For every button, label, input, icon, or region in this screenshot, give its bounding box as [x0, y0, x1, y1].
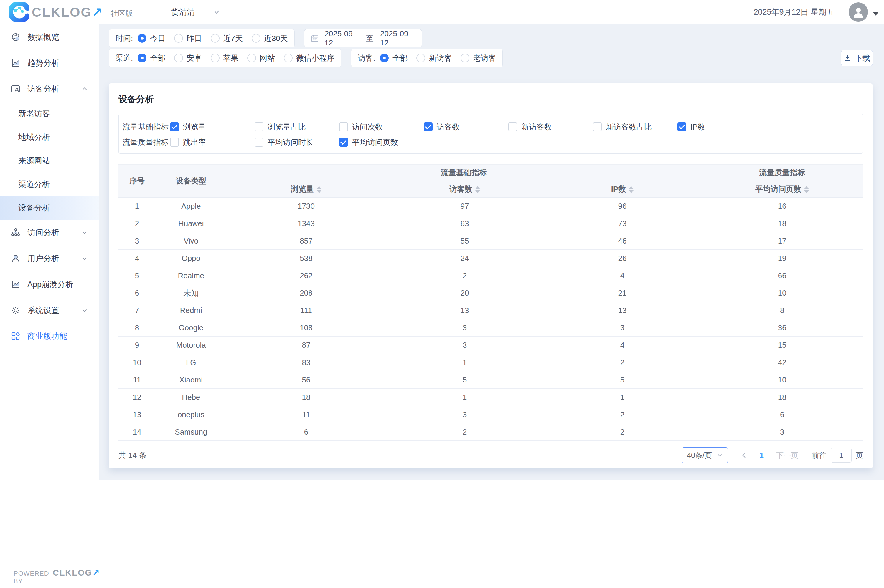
radio-label: 近30天 [264, 33, 288, 44]
radio-label: 全部 [150, 53, 165, 63]
sidebar-item-user-analysis[interactable]: 用户分析 [0, 246, 99, 272]
goto-page-input[interactable] [831, 448, 852, 463]
radio-icon [284, 54, 293, 62]
sidebar-item-new-old-visitors[interactable]: 新老访客 [0, 102, 99, 125]
cell-ip: 96 [544, 198, 701, 215]
checkbox-avg-pages[interactable]: 平均访问页数 [339, 137, 424, 147]
sidebar-item-label: 数据概览 [27, 32, 59, 42]
checkbox-icon [508, 123, 517, 131]
download-button[interactable]: 下载 [841, 50, 873, 66]
radio-icon [211, 34, 219, 43]
cell-avg-pages: 18 [701, 388, 863, 406]
checkbox-pv[interactable]: 浏览量 [170, 122, 255, 132]
cell-ip: 5 [544, 371, 701, 388]
cell-avg-pages: 6 [701, 406, 863, 423]
radio-today[interactable]: 今日 [138, 33, 165, 44]
current-page[interactable]: 1 [760, 451, 764, 460]
next-page-button[interactable]: 下一页 [776, 450, 798, 460]
sidebar-item-channel-analysis[interactable]: 渠道分析 [0, 172, 99, 196]
cell-pv: 208 [227, 284, 386, 302]
download-label: 下载 [855, 53, 870, 63]
sidebar-item-label: 访问分析 [27, 227, 59, 238]
date-end[interactable]: 2025-09-12 [380, 29, 415, 47]
checkbox-bounce-rate[interactable]: 跳出率 [170, 137, 255, 147]
cell-index: 9 [119, 336, 156, 354]
sidebar-item-region-analysis[interactable]: 地域分析 [0, 125, 99, 149]
page-unit-label: 页 [856, 450, 863, 460]
radio-label: 微信小程序 [296, 53, 334, 63]
radio-channel-all[interactable]: 全部 [138, 53, 165, 63]
user-icon [852, 6, 865, 18]
cell-avg-pages: 19 [701, 250, 863, 267]
radio-label: 昨日 [186, 33, 202, 44]
sidebar-item-referrer-sites[interactable]: 来源网站 [0, 149, 99, 172]
sidebar-item-label: 设备分析 [18, 202, 50, 213]
radio-channel-ios[interactable]: 苹果 [211, 53, 238, 63]
page-size-select[interactable]: 40条/页 [682, 447, 728, 463]
metric-row-quality: 流量质量指标 跳出率 平均访问时长 平均访问页数 [123, 136, 859, 149]
sort-icon[interactable] [804, 186, 809, 193]
date-start[interactable]: 2025-09-12 [325, 29, 359, 47]
cell-device: Oppo [156, 250, 227, 267]
sort-icon[interactable] [629, 186, 633, 193]
radio-icon [174, 34, 183, 43]
sidebar-item-data-overview[interactable]: 数据概览 [0, 24, 99, 50]
sort-icon[interactable] [317, 186, 322, 193]
radio-visitor-new[interactable]: 新访客 [416, 53, 452, 63]
radio-icon [138, 54, 146, 62]
sidebar-item-trend-analysis[interactable]: 趋势分析 [0, 50, 99, 76]
sort-icon[interactable] [475, 186, 480, 193]
sidebar-item-visitor-analysis[interactable]: 访客分析 [0, 76, 99, 102]
metric-selector-panel: 流量基础指标 浏览量 浏览量占比 访问次数 访客数 新访客数 新访客数占比 IP… [119, 114, 863, 154]
cell-uv: 24 [386, 250, 544, 267]
col-header-pv[interactable]: 浏览量 [227, 181, 386, 198]
checkbox-pv-ratio[interactable]: 浏览量占比 [255, 122, 339, 132]
cell-pv: 56 [227, 371, 386, 388]
checkbox-visitors[interactable]: 访客数 [424, 122, 508, 132]
col-header-ip[interactable]: IP数 [544, 181, 701, 198]
sidebar-item-visit-analysis[interactable]: 访问分析 [0, 220, 99, 246]
cell-ip: 21 [544, 284, 701, 302]
radio-channel-wechat-mini[interactable]: 微信小程序 [284, 53, 334, 63]
checkbox-new-visitors[interactable]: 新访客数 [508, 122, 593, 132]
sidebar-item-business-features[interactable]: 商业版功能 [0, 323, 99, 349]
checkbox-new-visitor-ratio[interactable]: 新访客数占比 [593, 122, 677, 132]
trend-chart-icon [11, 58, 20, 68]
sidebar-item-device-analysis[interactable]: 设备分析 [0, 196, 99, 220]
radio-visitor-returning[interactable]: 老访客 [460, 53, 496, 63]
checkbox-visits[interactable]: 访问次数 [339, 122, 424, 132]
radio-label: 苹果 [223, 53, 238, 63]
radio-channel-web[interactable]: 网站 [247, 53, 275, 63]
cell-ip: 4 [544, 267, 701, 284]
topbar-right: 2025年9月12日 星期五 [753, 2, 884, 22]
checkbox-icon [677, 123, 686, 131]
project-selector[interactable]: 货清清 [171, 7, 220, 17]
avatar[interactable] [849, 2, 868, 22]
radio-yesterday[interactable]: 昨日 [174, 33, 202, 44]
sidebar-item-label: 用户分析 [27, 253, 59, 264]
checkbox-avg-duration[interactable]: 平均访问时长 [255, 137, 339, 147]
col-header-uv[interactable]: 访客数 [386, 181, 544, 198]
radio-last30days[interactable]: 近30天 [252, 33, 288, 44]
prev-page-icon[interactable] [741, 452, 748, 459]
table-row: 12Hebe181118 [119, 388, 863, 406]
radio-last7days[interactable]: 近7天 [211, 33, 242, 44]
channel-filter-group: 渠道: 全部 安卓 苹果 网站 微信小程序 [109, 49, 341, 67]
pagination-controls: 40条/页 1 下一页 前往 页 [682, 447, 863, 463]
radio-channel-android[interactable]: 安卓 [174, 53, 202, 63]
table-row: 9Motorola873415 [119, 336, 863, 354]
col-header-index: 序号 [119, 165, 156, 198]
col-header-avg-pages[interactable]: 平均访问页数 [701, 181, 863, 198]
sidebar-item-system-settings[interactable]: 系统设置 [0, 297, 99, 323]
pagination-total: 共 14 条 [119, 450, 146, 460]
cell-index: 6 [119, 284, 156, 302]
sidebar-item-app-crash-analysis[interactable]: App崩溃分析 [0, 272, 99, 297]
date-range-picker[interactable]: 2025-09-12 至 2025-09-12 [304, 29, 422, 47]
radio-visitor-all[interactable]: 全部 [380, 53, 407, 63]
cell-avg-pages: 3 [701, 423, 863, 441]
checkbox-icon [593, 123, 602, 131]
cell-device: Vivo [156, 232, 227, 250]
checkbox-ip[interactable]: IP数 [677, 122, 762, 132]
avatar-caret-icon[interactable] [873, 12, 879, 16]
cell-index: 4 [119, 250, 156, 267]
